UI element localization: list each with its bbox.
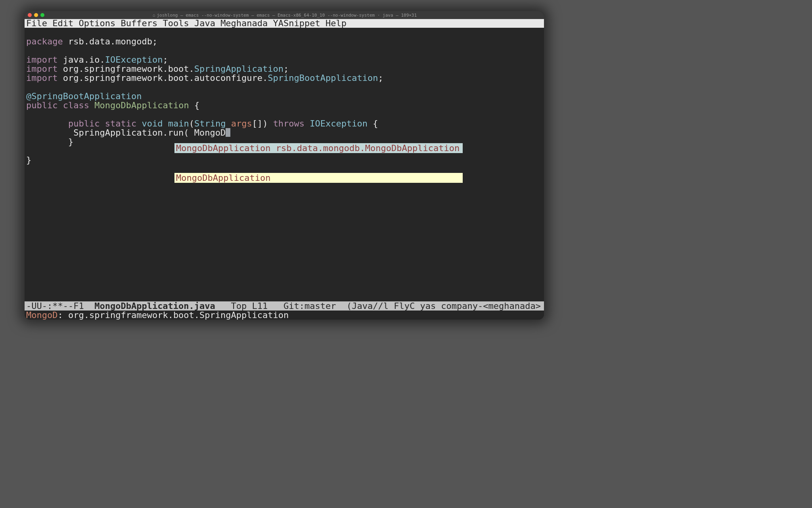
editor-area[interactable]: package rsb.data.mongodb; import java.io…: [25, 28, 544, 183]
completion-popup[interactable]: MongoDbApplication rsb.data.mongodb.Mong…: [174, 123, 463, 203]
home-icon: ⌂: [153, 13, 155, 18]
window-controls: [28, 13, 44, 17]
kw-psv-void: void: [142, 119, 163, 128]
zoom-icon[interactable]: [40, 13, 44, 17]
minibuffer[interactable]: MongoD: org.springframework.boot.SpringA…: [25, 311, 544, 320]
menu-buffers[interactable]: Buffers: [121, 18, 157, 28]
kw-psv-public: public: [68, 119, 100, 128]
kw-import-1: import: [26, 55, 57, 65]
menu-meghanada[interactable]: Meghanada: [220, 18, 268, 28]
modeline-mid: Top L11 Git:master (Java//l FlyC yas com…: [215, 301, 544, 311]
completion-item-1[interactable]: MongoDbApplication: [174, 173, 463, 183]
menu-help[interactable]: Help: [326, 18, 347, 28]
menu-file[interactable]: File: [26, 18, 47, 28]
kw-class: class: [63, 100, 89, 110]
menu-options[interactable]: Options: [79, 18, 115, 28]
kw-package: package: [26, 36, 63, 46]
completion-label-0: MongoDbApplication: [176, 143, 270, 153]
close-icon[interactable]: [28, 13, 32, 17]
menu-bar[interactable]: File Edit Options Buffers Tools Java Meg…: [25, 19, 544, 28]
kw-import-3: import: [26, 73, 57, 83]
imp2-b: SpringApplication: [194, 64, 283, 74]
outer-close-brace: }: [26, 155, 31, 165]
terminal-window: ⌂joshlong — emacs --no-window-system — e…: [25, 11, 544, 320]
pkg-path: rsb.data.mongodb;: [63, 36, 157, 46]
window-title: ⌂joshlong — emacs --no-window-system — e…: [44, 13, 525, 18]
minibuffer-prefix: MongoD: [26, 310, 57, 320]
imp3-a: org.springframework.boot.autoconfigure.: [57, 73, 268, 83]
inner-close-brace: }: [26, 137, 73, 147]
menu-yasnippet[interactable]: YASnippet: [273, 18, 320, 28]
buffer-name: MongoDbApplication.java: [94, 301, 215, 311]
class-name: MongoDbApplication: [94, 100, 189, 110]
kw-public: public: [26, 100, 57, 110]
minimize-icon[interactable]: [34, 13, 38, 17]
imp1-b: IOException: [105, 55, 163, 65]
menu-edit[interactable]: Edit: [52, 18, 73, 28]
titlebar: ⌂joshlong — emacs --no-window-system — e…: [25, 11, 544, 19]
imp1-a: java.io.: [57, 55, 105, 65]
imp3-b: SpringBootApplication: [268, 73, 378, 83]
minibuffer-rest: : org.springframework.boot.SpringApplica…: [57, 310, 289, 320]
menu-java[interactable]: Java: [194, 18, 215, 28]
completion-annotation-0: rsb.data.mongodb.MongoDbApplication: [270, 143, 460, 153]
imp1-c: ;: [163, 55, 168, 65]
kw-psv-static: static: [105, 119, 136, 128]
completion-item-0[interactable]: MongoDbApplication rsb.data.mongodb.Mong…: [174, 143, 463, 153]
annotation: @SpringBootApplication: [26, 91, 142, 101]
mode-line: -UU-:**--F1 MongoDbApplication.java Top …: [25, 301, 544, 311]
kw-import-2: import: [26, 64, 57, 74]
window-title-text: joshlong — emacs --no-window-system — em…: [157, 13, 417, 18]
imp2-c: ;: [283, 64, 289, 74]
modeline-left: -UU-:**--F1: [26, 301, 94, 311]
menu-tools[interactable]: Tools: [163, 18, 189, 28]
imp3-c: ;: [378, 73, 383, 83]
completion-label-1: MongoDbApplication: [176, 173, 270, 183]
imp2-a: org.springframework.boot.: [57, 64, 194, 74]
open-brace: {: [189, 100, 200, 110]
